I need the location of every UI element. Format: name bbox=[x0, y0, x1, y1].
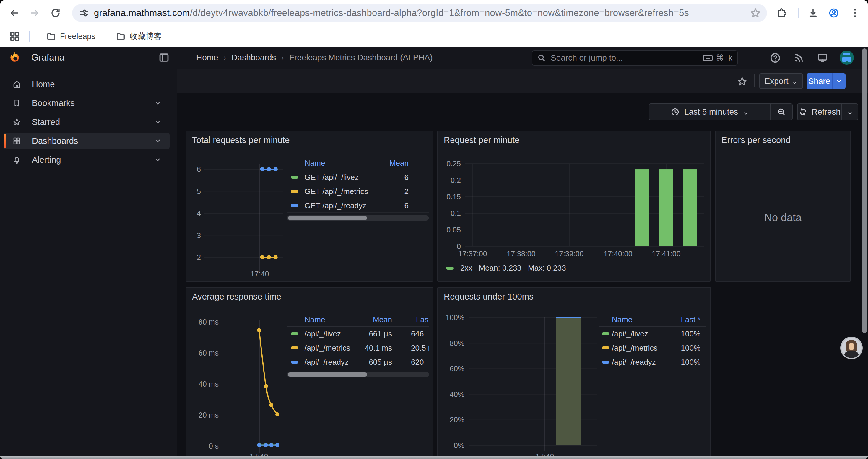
legend-column-header[interactable]: Name bbox=[612, 315, 632, 324]
series-name[interactable]: /api/_/readyz bbox=[305, 357, 349, 366]
series-value: 40.1 ms bbox=[365, 343, 392, 352]
bookmark-folder-blogs[interactable]: 收藏博客 bbox=[112, 29, 166, 44]
legend-column-header[interactable]: Las bbox=[416, 315, 428, 324]
legend-table: NameLast */api/_/livez100%/api/_/metrics… bbox=[599, 313, 706, 369]
forward-button[interactable] bbox=[27, 5, 42, 21]
floating-assistant-avatar[interactable] bbox=[840, 337, 863, 359]
breadcrumb-dashboards[interactable]: Dashboards bbox=[231, 53, 276, 62]
legend-row[interactable]: /api/_/metrics40.1 ms20.5 r bbox=[287, 341, 429, 355]
time-range-picker[interactable]: Last 5 minutes bbox=[649, 103, 771, 120]
panel-title[interactable]: Total requests per minute bbox=[192, 135, 290, 145]
legend-horizontal-scrollbar[interactable] bbox=[287, 372, 429, 377]
series-name[interactable]: GET /api/_/metrics bbox=[305, 187, 368, 196]
user-avatar[interactable] bbox=[840, 51, 854, 65]
monitor-icon bbox=[817, 52, 828, 64]
legend-row[interactable]: /api/_/metrics100% bbox=[599, 341, 706, 355]
sidebar-item-home[interactable]: Home bbox=[4, 76, 169, 93]
legend-column-header[interactable]: Mean bbox=[390, 159, 409, 168]
share-button[interactable]: Share bbox=[807, 73, 832, 89]
help-button[interactable] bbox=[769, 52, 782, 64]
sidebar-item-alerting[interactable]: Alerting bbox=[4, 152, 169, 168]
series-value: 2 bbox=[404, 187, 409, 196]
breadcrumb-home[interactable]: Home bbox=[196, 53, 218, 62]
panel-title[interactable]: Request per minute bbox=[444, 135, 520, 145]
legend-column-header[interactable]: Name bbox=[305, 315, 325, 324]
legend-column-header[interactable]: Mean bbox=[373, 315, 392, 324]
svg-text:17:40: 17:40 bbox=[536, 452, 554, 456]
scrollbar-thumb[interactable] bbox=[288, 372, 367, 376]
series-name[interactable]: /api/_/livez bbox=[612, 329, 648, 338]
sidebar-item-dashboards[interactable]: Dashboards bbox=[4, 133, 169, 149]
legend-row[interactable]: /api/_/readyz605 µs620 bbox=[287, 355, 429, 369]
collapse-sidebar-button[interactable] bbox=[158, 52, 169, 63]
legend-line: 2xx Mean: 0.233 Max: 0.233 bbox=[446, 263, 566, 273]
display-button[interactable] bbox=[816, 52, 829, 64]
no-data-message: No data bbox=[716, 211, 850, 224]
browser-menu-button[interactable] bbox=[848, 6, 862, 20]
legend-horizontal-scrollbar[interactable] bbox=[287, 215, 429, 221]
chevron-down-icon[interactable] bbox=[154, 156, 161, 163]
profile-button[interactable] bbox=[827, 6, 840, 20]
grafana-logo[interactable] bbox=[8, 51, 22, 64]
site-settings-icon[interactable] bbox=[79, 8, 89, 18]
legend-row[interactable]: GET /api/_/readyz6 bbox=[287, 198, 429, 213]
series-name[interactable]: /api/_/livez bbox=[305, 329, 341, 338]
grafana-app: Grafana Home › Dashboards › Freeleaps Me… bbox=[0, 47, 868, 456]
series-name[interactable]: /api/_/metrics bbox=[612, 343, 658, 352]
zoom-out-time-button[interactable] bbox=[771, 103, 793, 120]
downloads-button[interactable] bbox=[807, 6, 819, 20]
export-button[interactable]: Export bbox=[759, 73, 803, 89]
chevron-down-icon bbox=[792, 78, 798, 84]
page-scrollbar[interactable] bbox=[862, 48, 867, 333]
line-chart[interactable]: 6543217:40 bbox=[192, 157, 286, 280]
legend-column-header[interactable]: Last * bbox=[681, 315, 701, 324]
chevron-down-icon[interactable] bbox=[154, 100, 161, 107]
chevron-down-icon bbox=[847, 109, 853, 115]
series-name[interactable]: GET /api/_/readyz bbox=[305, 201, 366, 210]
legend-row[interactable]: /api/_/readyz100% bbox=[599, 355, 706, 369]
refresh-button[interactable]: Refresh bbox=[797, 103, 842, 120]
chevron-down-icon[interactable] bbox=[154, 137, 161, 144]
address-bar[interactable]: grafana.mathmast.com/d/deytv4rwavabkb/fr… bbox=[72, 4, 767, 22]
share-menu-button[interactable] bbox=[832, 73, 845, 89]
svg-text:40 ms: 40 ms bbox=[198, 380, 219, 388]
series-name[interactable]: /api/_/metrics bbox=[305, 343, 350, 352]
news-button[interactable] bbox=[793, 52, 805, 64]
panel-title[interactable]: Requests under 100ms bbox=[444, 292, 533, 302]
series-name[interactable]: /api/_/readyz bbox=[612, 357, 656, 366]
svg-text:0.1: 0.1 bbox=[451, 209, 461, 218]
legend-row[interactable]: GET /api/_/livez6 bbox=[287, 170, 429, 184]
chevron-down-icon[interactable] bbox=[154, 119, 161, 126]
search-field[interactable] bbox=[550, 53, 703, 63]
area-chart[interactable]: 100%80%60%40%20%0%17:40 bbox=[444, 314, 615, 456]
apps-grid-icon bbox=[9, 30, 21, 42]
grafana-logo-icon bbox=[8, 51, 22, 64]
bar-chart[interactable]: 0.250.20.150.10.05017:37:0017:38:0017:39… bbox=[442, 157, 707, 278]
panel-title[interactable]: Errors per second bbox=[721, 135, 790, 145]
series-value: 100% bbox=[681, 357, 701, 366]
scrollbar-thumb[interactable] bbox=[288, 216, 367, 220]
legend-row[interactable]: /api/_/livez100% bbox=[599, 327, 706, 341]
sidebar-item-starred[interactable]: Starred bbox=[4, 114, 169, 130]
series-color-pill bbox=[602, 332, 610, 335]
extensions-button[interactable] bbox=[775, 6, 788, 20]
series-name[interactable]: 2xx bbox=[460, 263, 472, 273]
back-button[interactable] bbox=[6, 5, 22, 21]
sidebar-item-bookmarks[interactable]: Bookmarks bbox=[4, 95, 169, 111]
bookmark-star-icon[interactable] bbox=[750, 7, 761, 19]
series-name[interactable]: GET /api/_/livez bbox=[305, 172, 359, 182]
keyboard-icon bbox=[703, 54, 713, 62]
apps-grid-button[interactable] bbox=[9, 30, 21, 42]
line-chart[interactable]: 80 ms60 ms40 ms20 ms0 s17:40 bbox=[192, 314, 286, 456]
bookmark-folder-freeleaps[interactable]: Freeleaps bbox=[42, 29, 99, 43]
favorite-dashboard-button[interactable] bbox=[737, 76, 747, 87]
legend-row[interactable]: /api/_/livez661 µs646 bbox=[287, 327, 429, 341]
reload-button[interactable] bbox=[48, 5, 63, 21]
panel-average-response-time: Average response time 80 ms60 ms40 ms20 … bbox=[186, 287, 433, 456]
legend-row[interactable]: GET /api/_/metrics2 bbox=[287, 184, 429, 198]
panel-title[interactable]: Average response time bbox=[192, 292, 281, 302]
search-input[interactable]: ⌘+k bbox=[532, 50, 738, 66]
refresh-interval-button[interactable] bbox=[842, 103, 858, 120]
legend-column-header[interactable]: Name bbox=[305, 159, 325, 168]
svg-text:0: 0 bbox=[457, 242, 461, 251]
